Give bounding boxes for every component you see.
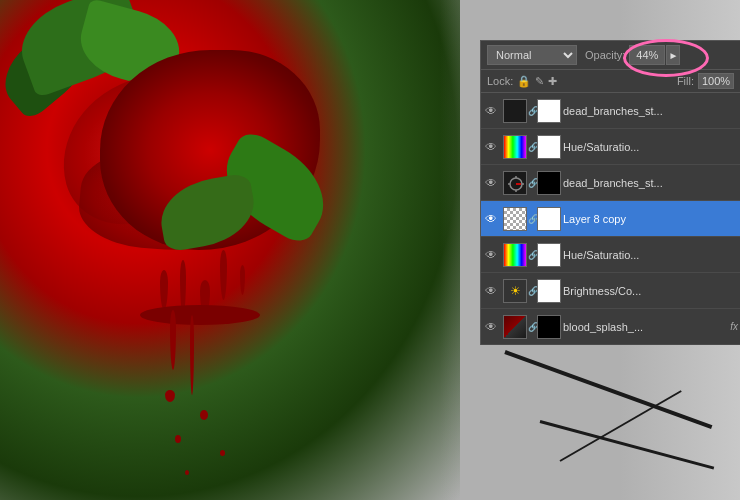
layer-thumbnail: ☀ (503, 279, 527, 303)
layer-thumbnail (503, 315, 527, 339)
layer-name: Hue/Saturatio... (563, 249, 740, 261)
blood-drop (220, 450, 225, 456)
layer-thumbnail (503, 171, 527, 195)
layer-thumbnail-area: ☀ 🔗 (503, 279, 561, 303)
lock-label: Lock: (487, 75, 513, 87)
visibility-icon[interactable]: 👁 (481, 104, 501, 118)
layer-thumbnail-area: 🔗 (503, 99, 561, 123)
layer-name: Hue/Saturatio... (563, 141, 740, 153)
layer-mask-thumbnail (537, 315, 561, 339)
layer-mask-thumbnail (537, 243, 561, 267)
layer-link-icon: 🔗 (528, 250, 536, 260)
table-row[interactable]: 👁 🔗 blood_splash_... fx (481, 309, 740, 345)
layer-link-icon: 🔗 (528, 142, 536, 152)
branch-decoration (540, 420, 715, 469)
fx-badge: fx (730, 321, 740, 332)
blood-drip-long (170, 310, 176, 370)
blood-drop (200, 410, 208, 420)
blood-drop (185, 470, 189, 475)
layer-name: Brightness/Co... (563, 285, 740, 297)
blood-drop (175, 435, 181, 443)
table-row[interactable]: 👁 🔗 Layer 8 copy (481, 201, 740, 237)
layer-thumbnail-area: 🔗 (503, 243, 561, 267)
layer-thumbnail-area: 🔗 (503, 135, 561, 159)
layer-name: dead_branches_st... (563, 177, 740, 189)
branch-decoration (504, 350, 712, 429)
layer-thumbnail-area: 🔗 (503, 171, 561, 195)
layer-link-icon: 🔗 (528, 286, 536, 296)
layer-thumbnail (503, 243, 527, 267)
visibility-icon[interactable]: 👁 (481, 176, 501, 190)
table-row[interactable]: 👁 🔗 dead_branches_st... (481, 93, 740, 129)
blood-area (100, 250, 300, 500)
table-row[interactable]: 👁 🔗 dead_branches_st... (481, 165, 740, 201)
visibility-icon[interactable]: 👁 (481, 248, 501, 262)
layer-mask-thumbnail (537, 171, 561, 195)
layer-name: dead_branches_st... (563, 105, 740, 117)
lock-icon[interactable]: 🔒 (517, 75, 531, 88)
visibility-icon[interactable]: 👁 (481, 212, 501, 226)
layer-thumbnail (503, 135, 527, 159)
canvas-rose-bg (0, 0, 460, 500)
layer-link-icon: 🔗 (528, 178, 536, 188)
layer-mask-thumbnail (537, 99, 561, 123)
layer-list: 👁 🔗 dead_branches_st... 👁 🔗 Hue/Saturati… (481, 93, 740, 345)
table-row[interactable]: 👁 ☀ 🔗 Brightness/Co... (481, 273, 740, 309)
layer-link-icon: 🔗 (528, 106, 536, 116)
layer-link-icon: 🔗 (528, 322, 536, 332)
opacity-arrow-button[interactable]: ► (666, 45, 680, 65)
move-lock-icon[interactable]: ✚ (548, 75, 557, 88)
blood-drop (165, 390, 175, 402)
brush-lock-icon[interactable]: ✎ (535, 75, 544, 88)
panel-blend-opacity-row: NormalDissolveMultiplyScreenOverlaySoft … (481, 41, 740, 70)
layer-name: blood_splash_... (563, 321, 730, 333)
visibility-icon[interactable]: 👁 (481, 320, 501, 334)
layer-thumbnail (503, 99, 527, 123)
opacity-label: Opacity: (585, 49, 625, 61)
visibility-icon[interactable]: 👁 (481, 140, 501, 154)
layer-link-icon: 🔗 (528, 214, 536, 224)
layer-mask-thumbnail (537, 207, 561, 231)
table-row[interactable]: 👁 🔗 Hue/Saturatio... (481, 129, 740, 165)
panel-lock-row: Lock: 🔒 ✎ ✚ Fill: (481, 70, 740, 93)
layer-name: Layer 8 copy (563, 213, 740, 225)
table-row[interactable]: 👁 🔗 Hue/Saturatio... (481, 237, 740, 273)
branch-decoration (560, 390, 682, 462)
fill-label: Fill: (677, 75, 694, 87)
blood-drip (240, 265, 245, 295)
visibility-icon[interactable]: 👁 (481, 284, 501, 298)
blood-pool (140, 305, 260, 325)
fill-input[interactable] (698, 73, 734, 89)
opacity-highlight-group: ► (629, 45, 680, 65)
layer-mask-thumbnail (537, 279, 561, 303)
layer-thumbnail-area: 🔗 (503, 207, 561, 231)
blood-drip-long (190, 315, 194, 395)
layers-panel: NormalDissolveMultiplyScreenOverlaySoft … (480, 40, 740, 345)
layer-thumbnail-area: 🔗 (503, 315, 561, 339)
opacity-input[interactable] (629, 45, 665, 65)
layer-thumbnail (503, 207, 527, 231)
blend-mode-select[interactable]: NormalDissolveMultiplyScreenOverlaySoft … (487, 45, 577, 65)
layer-mask-thumbnail (537, 135, 561, 159)
blood-drip (160, 270, 168, 310)
blood-drip (220, 250, 227, 300)
